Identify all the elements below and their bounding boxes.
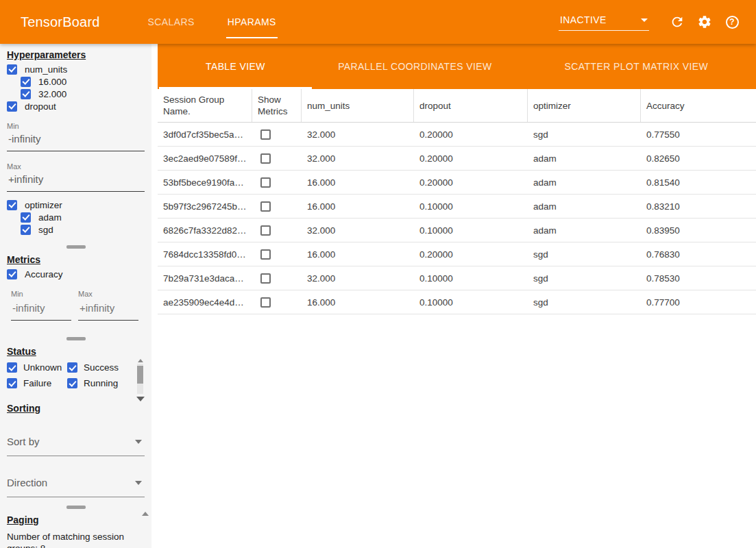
- session-group-name: 6826c7fa3322d82…: [158, 219, 252, 242]
- show-metrics-checkbox[interactable]: [260, 225, 271, 236]
- accuracy-row[interactable]: Accuracy: [7, 268, 145, 280]
- optimizer-sgd-label: sgd: [38, 225, 53, 235]
- show-metrics-checkbox[interactable]: [260, 129, 271, 140]
- settings-button[interactable]: [696, 13, 714, 31]
- dropout-value: 0.10000: [414, 266, 528, 290]
- dropout-value: 0.20000: [414, 123, 528, 146]
- help-button[interactable]: [723, 13, 741, 31]
- sidebar: Hyperparameters num_units 16.000 32.000 …: [0, 44, 151, 548]
- optimizer-sgd-checkbox[interactable]: [21, 225, 31, 235]
- session-group-name: 5b97f3c2967245b…: [158, 195, 252, 218]
- table-row: 53bf5bece9190fa… 16.000 0.20000 adam 0.8…: [158, 171, 756, 195]
- optimizer-adam-row[interactable]: adam: [21, 211, 145, 223]
- status-success-checkbox[interactable]: [67, 362, 77, 373]
- scroll-up-icon[interactable]: [142, 512, 149, 516]
- scrollbar-track[interactable]: [137, 364, 143, 394]
- show-metrics-cell: [252, 195, 302, 218]
- direction-select[interactable]: Direction: [7, 473, 145, 497]
- metrics-section: Metrics Accuracy Min Max: [0, 249, 151, 321]
- dropout-value: 0.10000: [414, 290, 528, 314]
- optimizer-adam-checkbox[interactable]: [21, 212, 31, 223]
- status-failure-row[interactable]: Failure: [7, 377, 67, 389]
- scroll-down-icon[interactable]: [136, 397, 145, 401]
- session-group-name: ae235909ec4e4d…: [158, 290, 252, 314]
- show-metrics-checkbox[interactable]: [260, 273, 271, 284]
- nav-tabs: SCALARS HPARAMS: [132, 0, 293, 44]
- chevron-down-icon: [135, 481, 142, 485]
- optimizer-label: optimizer: [25, 200, 62, 210]
- view-tabs: TABLE VIEW PARALLEL COORDINATES VIEW SCA…: [158, 44, 756, 89]
- metric-max-label: Max: [78, 290, 138, 298]
- status-unknown-row[interactable]: Unknown: [7, 362, 67, 373]
- show-metrics-checkbox[interactable]: [260, 201, 271, 212]
- num-units-32-label: 32.000: [38, 89, 66, 99]
- num-units-value: 32.000: [302, 219, 414, 242]
- app-header: TensorBoard SCALARS HPARAMS INACTIVE: [0, 0, 756, 44]
- num-units-row[interactable]: num_units: [7, 63, 145, 75]
- paging-heading: Paging: [7, 509, 145, 525]
- chevron-down-icon: [135, 440, 142, 444]
- table-row: 3df0d7cf35bec5a… 32.000 0.20000 sgd 0.77…: [158, 123, 756, 147]
- tab-scalars[interactable]: SCALARS: [132, 0, 211, 44]
- session-group-name: 3df0d7cf35bec5a…: [158, 123, 252, 146]
- show-metrics-cell: [252, 171, 302, 194]
- table-row: 5b97f3c2967245b… 16.000 0.10000 adam 0.8…: [158, 195, 756, 219]
- optimizer-sgd-row[interactable]: sgd: [21, 223, 145, 236]
- status-running-row[interactable]: Running: [67, 377, 130, 389]
- tab-scatter-plot-matrix-view[interactable]: SCATTER PLOT MATRIX VIEW: [517, 44, 756, 89]
- num-units-16-checkbox[interactable]: [21, 77, 31, 87]
- status-running-label: Running: [84, 378, 118, 388]
- help-icon: [726, 16, 739, 29]
- show-metrics-checkbox[interactable]: [260, 297, 271, 308]
- accuracy-value: 0.78530: [641, 266, 756, 290]
- tab-parallel-coordinates-view[interactable]: PARALLEL COORDINATES VIEW: [313, 44, 517, 89]
- accuracy-value: 0.81540: [641, 171, 756, 194]
- paging-section: Paging Number of matching session groups…: [0, 509, 151, 548]
- dropout-row[interactable]: dropout: [7, 100, 145, 112]
- optimizer-value: sgd: [528, 266, 641, 290]
- show-metrics-cell: [252, 219, 302, 242]
- accuracy-value: 0.82650: [641, 147, 756, 170]
- metric-max-input[interactable]: [78, 299, 138, 321]
- num-units-checkbox[interactable]: [7, 64, 17, 75]
- metric-min-input[interactable]: [11, 299, 71, 321]
- num-units-value: 16.000: [302, 290, 414, 314]
- tab-table-view[interactable]: TABLE VIEW: [158, 44, 313, 89]
- show-metrics-checkbox[interactable]: [260, 249, 271, 260]
- status-options: Unknown Success Failure Running: [7, 362, 134, 389]
- status-failure-checkbox[interactable]: [7, 378, 17, 388]
- scroll-up-icon[interactable]: [138, 359, 143, 362]
- matching-groups-text: Number of matching session groups: 8: [7, 531, 134, 548]
- tab-hparams[interactable]: HPARAMS: [211, 0, 293, 44]
- status-success-row[interactable]: Success: [67, 362, 130, 373]
- dropout-checkbox[interactable]: [7, 101, 17, 112]
- num-units-16-row[interactable]: 16.000: [21, 75, 145, 88]
- chevron-down-icon: [641, 18, 648, 22]
- table-row: 3ec2aed9e07589f… 32.000 0.20000 adam 0.8…: [158, 147, 756, 171]
- status-running-checkbox[interactable]: [67, 378, 77, 388]
- num-units-32-checkbox[interactable]: [21, 89, 31, 99]
- sort-by-select[interactable]: Sort by: [7, 432, 145, 456]
- dropout-label: dropout: [25, 101, 56, 112]
- dropout-max-input[interactable]: [7, 171, 145, 192]
- optimizer-value: sgd: [528, 290, 641, 314]
- status-unknown-checkbox[interactable]: [7, 362, 17, 373]
- dropout-min-input[interactable]: [7, 130, 145, 151]
- refresh-button[interactable]: [668, 13, 686, 31]
- num-units-32-row[interactable]: 32.000: [21, 88, 145, 100]
- show-metrics-cell: [252, 290, 302, 314]
- app-title: TensorBoard: [21, 14, 100, 30]
- accuracy-value: 0.83950: [641, 219, 756, 242]
- scrollbar-thumb[interactable]: [137, 366, 143, 384]
- accuracy-value: 0.76830: [641, 242, 756, 266]
- show-metrics-checkbox[interactable]: [260, 153, 271, 164]
- status-select[interactable]: INACTIVE: [559, 13, 649, 31]
- optimizer-checkbox[interactable]: [7, 200, 17, 210]
- accuracy-checkbox[interactable]: [7, 269, 17, 279]
- status-scrollbar[interactable]: [136, 359, 145, 401]
- show-metrics-checkbox[interactable]: [260, 177, 271, 188]
- column-header-optimizer: optimizer: [528, 89, 641, 122]
- optimizer-row[interactable]: optimizer: [7, 199, 145, 211]
- session-group-name: 53bf5bece9190fa…: [158, 171, 252, 194]
- optimizer-value: sgd: [528, 242, 641, 266]
